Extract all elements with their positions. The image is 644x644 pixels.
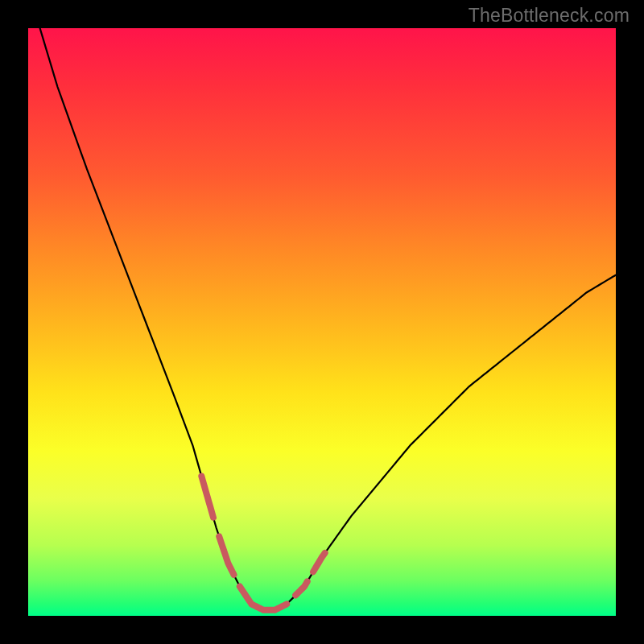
dash-left-lower <box>219 536 233 574</box>
dash-left-upper <box>201 477 213 518</box>
dash-right-upper <box>313 553 325 572</box>
dash-right-lower <box>295 581 308 595</box>
plot-area <box>28 28 616 616</box>
watermark-text: TheBottleneck.com <box>469 5 630 27</box>
chart-frame: TheBottleneck.com <box>0 0 644 644</box>
bottleneck-curve <box>40 28 616 610</box>
curve-svg <box>28 28 616 616</box>
dash-bottom <box>240 587 287 610</box>
